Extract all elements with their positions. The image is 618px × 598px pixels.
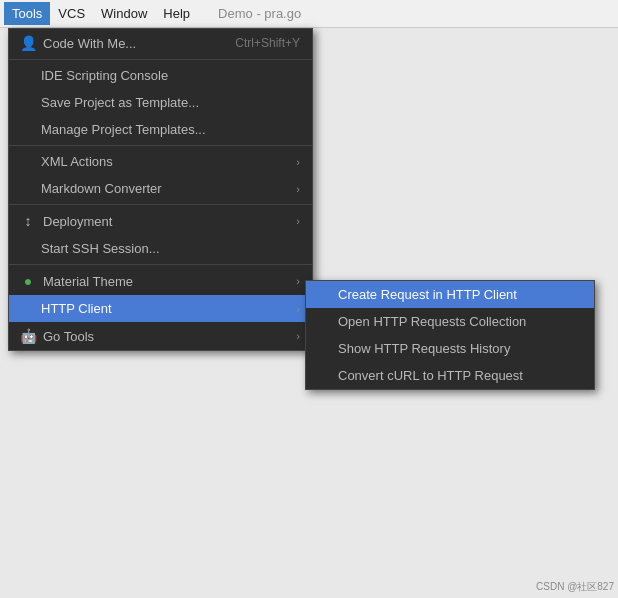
menu-item-save-project-template[interactable]: Save Project as Template... [9,89,312,116]
menu-window[interactable]: Window [93,2,155,25]
menubar: Tools VCS Window Help Demo - pra.go [0,0,618,28]
menu-item-ide-scripting-console[interactable]: IDE Scripting Console [9,62,312,89]
menu-item-go-tools[interactable]: 🤖 Go Tools › [9,322,312,350]
xml-actions-arrow: › [296,156,300,168]
manage-project-label: Manage Project Templates... [41,122,300,137]
create-request-label: Create Request in HTTP Client [338,287,582,302]
http-client-label: HTTP Client [41,301,296,316]
markdown-converter-label: Markdown Converter [41,181,296,196]
code-with-me-icon: 👤 [17,35,39,51]
menu-vcs[interactable]: VCS [50,2,93,25]
separator-1 [9,59,312,60]
menu-help[interactable]: Help [155,2,198,25]
separator-3 [9,204,312,205]
show-history-label: Show HTTP Requests History [338,341,582,356]
code-with-me-shortcut: Ctrl+Shift+Y [235,36,300,50]
menu-item-code-with-me[interactable]: 👤 Code With Me... Ctrl+Shift+Y [9,29,312,57]
submenu-item-show-history[interactable]: Show HTTP Requests History [306,335,594,362]
open-collection-label: Open HTTP Requests Collection [338,314,582,329]
http-client-arrow: › [296,303,300,315]
save-project-label: Save Project as Template... [41,95,300,110]
markdown-converter-arrow: › [296,183,300,195]
menu-item-xml-actions[interactable]: XML Actions › [9,148,312,175]
submenu-item-open-collection[interactable]: Open HTTP Requests Collection [306,308,594,335]
window-title: Demo - pra.go [218,6,301,21]
separator-4 [9,264,312,265]
deployment-arrow: › [296,215,300,227]
http-client-submenu: Create Request in HTTP Client Open HTTP … [305,280,595,390]
xml-actions-label: XML Actions [41,154,296,169]
go-tools-label: Go Tools [43,329,296,344]
menu-tools[interactable]: Tools [4,2,50,25]
separator-2 [9,145,312,146]
menu-item-deployment[interactable]: ↕ Deployment › [9,207,312,235]
convert-curl-label: Convert cURL to HTTP Request [338,368,582,383]
menu-item-material-theme[interactable]: ● Material Theme › [9,267,312,295]
menu-item-http-client[interactable]: HTTP Client › [9,295,312,322]
watermark: CSDN @社区827 [536,580,614,594]
tools-dropdown: 👤 Code With Me... Ctrl+Shift+Y IDE Scrip… [8,28,313,351]
go-tools-arrow: › [296,330,300,342]
code-with-me-label: Code With Me... [43,36,215,51]
deployment-icon: ↕ [17,213,39,229]
menu-item-start-ssh[interactable]: Start SSH Session... [9,235,312,262]
material-theme-icon: ● [17,273,39,289]
menu-item-manage-project-templates[interactable]: Manage Project Templates... [9,116,312,143]
submenu-item-convert-curl[interactable]: Convert cURL to HTTP Request [306,362,594,389]
material-theme-label: Material Theme [43,274,296,289]
menu-item-markdown-converter[interactable]: Markdown Converter › [9,175,312,202]
start-ssh-label: Start SSH Session... [41,241,300,256]
deployment-label: Deployment [43,214,296,229]
submenu-item-create-request[interactable]: Create Request in HTTP Client [306,281,594,308]
ide-scripting-label: IDE Scripting Console [41,68,300,83]
go-tools-icon: 🤖 [17,328,39,344]
material-theme-arrow: › [296,275,300,287]
